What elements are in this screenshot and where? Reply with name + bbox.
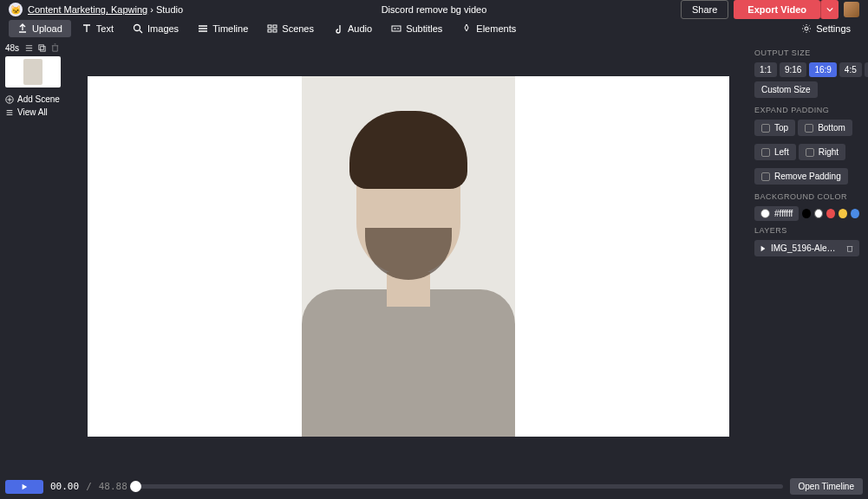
export-button[interactable]: Export Video xyxy=(734,0,820,19)
time-current: 00.00 xyxy=(50,481,79,492)
subtitles-tool[interactable]: Subtitles xyxy=(382,20,451,37)
svg-rect-3 xyxy=(268,29,271,32)
svg-rect-2 xyxy=(273,25,277,28)
swatch-blue[interactable] xyxy=(851,209,859,218)
app-logo[interactable]: 🐱 xyxy=(9,3,23,16)
timeline-icon xyxy=(198,23,208,34)
video-content[interactable] xyxy=(302,76,515,437)
time-total: 48.88 xyxy=(99,481,127,492)
play-button[interactable] xyxy=(5,480,43,494)
svg-point-6 xyxy=(805,27,808,30)
search-icon xyxy=(133,23,143,34)
bg-color-input[interactable]: #ffffff xyxy=(754,206,799,221)
swatch-red[interactable] xyxy=(826,209,835,218)
timeline-tool[interactable]: Timeline xyxy=(189,20,257,37)
custom-size-button[interactable]: Custom Size xyxy=(754,81,818,98)
ratio-5-4[interactable]: 5:4 xyxy=(865,62,868,77)
list-icon xyxy=(5,108,14,117)
subtitles-icon xyxy=(391,23,401,34)
gear-icon xyxy=(801,23,812,34)
timeline-handle[interactable] xyxy=(130,481,141,492)
text-icon xyxy=(82,23,92,34)
audio-tool[interactable]: Audio xyxy=(324,20,381,37)
pad-top[interactable]: Top xyxy=(754,120,795,136)
remove-padding[interactable]: Remove Padding xyxy=(754,168,848,185)
swatch-yellow[interactable] xyxy=(839,209,847,218)
settings-button[interactable]: Settings xyxy=(793,20,859,37)
output-size-label: OUTPUT SIZE xyxy=(754,49,859,57)
swatch-white[interactable] xyxy=(814,209,823,218)
scenes-icon xyxy=(267,23,277,34)
svg-rect-4 xyxy=(273,29,277,32)
ratio-1-1[interactable]: 1:1 xyxy=(754,62,777,77)
images-tool[interactable]: Images xyxy=(124,20,187,37)
open-timeline-button[interactable]: Open Timeline xyxy=(790,478,863,495)
pad-bottom[interactable]: Bottom xyxy=(798,120,852,136)
scene-duration: 48s xyxy=(5,43,19,53)
scenes-tool[interactable]: Scenes xyxy=(258,20,323,37)
swatch-black[interactable] xyxy=(802,209,811,218)
trash-icon[interactable] xyxy=(845,244,854,253)
ratio-options: 1:1 9:16 16:9 4:5 5:4 xyxy=(754,62,859,77)
upload-icon xyxy=(17,23,28,34)
ratio-16-9[interactable]: 16:9 xyxy=(809,62,836,77)
share-button[interactable]: Share xyxy=(681,0,728,19)
bg-color-label: BACKGROUND COLOR xyxy=(754,192,859,201)
svg-point-0 xyxy=(134,25,140,31)
breadcrumb: Content Marketing, Kapwing › Studio xyxy=(28,4,183,15)
scene-thumbnail[interactable] xyxy=(5,56,61,87)
pad-left[interactable]: Left xyxy=(754,144,796,160)
layer-item[interactable]: IMG_5196-AleXB-gLr…. xyxy=(754,240,859,256)
layers-label: LAYERS xyxy=(754,226,859,235)
timeline-track[interactable] xyxy=(134,484,783,489)
delete-icon[interactable] xyxy=(50,43,60,53)
project-title[interactable]: Discord remove bg video xyxy=(382,4,487,15)
padding-label: EXPAND PADDING xyxy=(754,106,859,114)
plus-circle-icon xyxy=(5,95,14,104)
workspace-link[interactable]: Content Marketing, Kapwing xyxy=(28,4,147,15)
svg-rect-8 xyxy=(41,47,46,52)
pad-right[interactable]: Right xyxy=(799,144,845,160)
play-triangle-icon xyxy=(21,483,28,490)
svg-rect-7 xyxy=(39,45,44,50)
export-dropdown[interactable] xyxy=(820,0,839,19)
text-tool[interactable]: Text xyxy=(73,20,122,37)
ratio-9-16[interactable]: 9:16 xyxy=(780,62,806,77)
duplicate-icon[interactable] xyxy=(37,43,47,53)
canvas[interactable] xyxy=(88,76,729,437)
add-scene-button[interactable]: Add Scene xyxy=(5,93,66,106)
play-icon xyxy=(760,245,767,252)
elements-icon xyxy=(461,23,472,34)
adjust-icon[interactable] xyxy=(24,43,34,53)
view-all-button[interactable]: View All xyxy=(5,106,66,119)
audio-icon xyxy=(333,23,343,34)
svg-rect-1 xyxy=(268,25,271,28)
user-avatar[interactable] xyxy=(844,2,859,17)
elements-tool[interactable]: Elements xyxy=(453,20,525,37)
ratio-4-5[interactable]: 4:5 xyxy=(839,62,862,77)
upload-button[interactable]: Upload xyxy=(9,20,71,37)
breadcrumb-current: Studio xyxy=(156,4,183,15)
